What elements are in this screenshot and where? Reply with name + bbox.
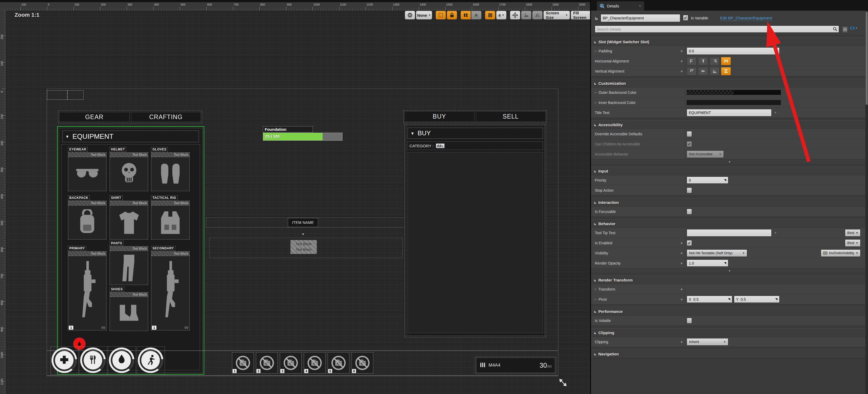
dropdown[interactable]: Inherit▼ [687, 338, 728, 346]
align-v-button-3[interactable] [721, 67, 731, 76]
view-options-button[interactable]: ▼ [849, 26, 858, 30]
align-h-button-0[interactable] [687, 57, 697, 65]
bind-diamond-icon[interactable]: ◆ [681, 288, 683, 290]
equipment-slot-pants[interactable]: PANTS Text Block [110, 241, 148, 285]
expander-icon[interactable]: ▷ [595, 50, 597, 52]
checkbox[interactable] [687, 209, 692, 215]
transform-mode-button[interactable] [510, 11, 520, 20]
search-details-input[interactable]: Search Details [595, 26, 839, 33]
tab-details[interactable]: i Details ✕ [597, 1, 644, 11]
section-header[interactable]: ◣ Customization [591, 79, 868, 87]
align-v-button-2[interactable] [710, 67, 720, 76]
bind-button[interactable]: InvGridsVisibility▼ [821, 249, 861, 257]
dropdown[interactable]: Not Hit-Testable (Self Only)▼ [687, 249, 747, 257]
expander-icon[interactable]: ▷ [595, 101, 597, 104]
bind-button[interactable]: Bind▼ [845, 239, 861, 247]
section-header[interactable]: ◣ Interaction [591, 198, 868, 206]
bind-diamond-icon[interactable]: ◆ [681, 60, 683, 62]
slot-tile[interactable]: Text Block 1 99 [68, 251, 106, 331]
property-value-input[interactable]: EQUIPMENT [687, 109, 772, 116]
color-swatch[interactable] [687, 90, 781, 95]
align-h-button-2[interactable] [710, 57, 720, 65]
foundation-progress[interactable]: Foundation 25 | 100 [263, 126, 343, 141]
resize-handle-icon[interactable] [559, 378, 567, 387]
equipment-slot-helmet[interactable]: HELMET Text Block [110, 147, 148, 191]
align-v-button-1[interactable] [698, 67, 708, 76]
checkbox[interactable] [687, 131, 692, 137]
drag-corner-icon[interactable]: ◥ [775, 298, 777, 301]
fill-screen-dropdown[interactable]: Fill Screen▼ [570, 11, 590, 20]
section-header[interactable]: ◣ Performance [591, 307, 868, 316]
hotbar-slot-5[interactable]: 5 [328, 352, 349, 373]
bind-diamond-icon[interactable]: ◆ [681, 340, 683, 343]
checkbox[interactable]: ✔ [687, 141, 692, 147]
hotbar-slot-1[interactable]: 1 [232, 352, 254, 373]
tab-gear[interactable]: GEAR [59, 112, 130, 122]
localization-dash-button-icon-part[interactable] [460, 11, 471, 20]
equipment-slot-gloves[interactable]: GLOVES Text Block [151, 147, 190, 191]
screen-size-dropdown[interactable]: Screen Size▼ [543, 11, 570, 20]
drag-corner-icon[interactable]: ◥ [724, 261, 726, 265]
scrollbar-thumb[interactable] [866, 12, 868, 105]
align-h-button-1[interactable] [698, 57, 708, 65]
hotbar-slot-6[interactable]: 6 [351, 352, 373, 373]
checkbox[interactable]: ✔ [687, 240, 692, 246]
details-scrollbar[interactable] [865, 11, 868, 394]
bind-diamond-icon[interactable]: ◆ [681, 69, 683, 73]
slot-tile[interactable]: Text Block [110, 292, 148, 331]
toggle-outline-mode-button[interactable] [435, 11, 446, 20]
buy-section-header[interactable]: ▼ BUY [408, 128, 543, 139]
equipment-slot-backpack[interactable]: BACKPACK Text Block [68, 195, 106, 240]
equipment-slot-primary[interactable]: PRIMARY Text Block 1 99 [68, 246, 106, 331]
lock-widgets-button[interactable] [446, 11, 457, 20]
shop-panel[interactable]: ▼ BUY CATEGORY : All▼ [405, 124, 546, 337]
equipment-slot-shirt[interactable]: SHIRT Text Block [110, 195, 148, 240]
expander-icon[interactable]: ▷ [595, 91, 597, 94]
slot-tile[interactable]: Text Block [68, 152, 106, 191]
equipment-slot-tactical-rig[interactable]: TACTICAL RIG Text Block [151, 195, 190, 240]
widget-name-input[interactable]: BP_CharacterEquipment [600, 14, 680, 22]
align-v-button-0[interactable] [687, 67, 697, 76]
section-header[interactable]: ◣ Slot (Widget Switcher Slot) [591, 38, 868, 46]
checkbox[interactable] [687, 188, 692, 193]
bind-button[interactable]: Bind▼ [845, 229, 861, 236]
chevron-down-icon[interactable]: ▼ [774, 231, 777, 234]
chevron-down-icon[interactable]: ▼ [774, 111, 777, 114]
hotbar-slot-2[interactable]: 2 [256, 352, 278, 373]
advanced-expander-icon[interactable]: ▼ [728, 270, 731, 272]
category-dropdown[interactable]: All▼ [436, 143, 445, 148]
dpi-preview-dropdown[interactable]: None▼ [416, 11, 432, 20]
slot-tile[interactable]: Text Block [110, 152, 148, 191]
color-swatch[interactable] [687, 100, 781, 105]
equipment-slot-eyewear[interactable]: EYEWEAR Text Block [68, 147, 106, 191]
bind-diamond-icon[interactable]: ◆ [681, 298, 683, 301]
tab-sell[interactable]: SELL [476, 111, 546, 122]
hotbar-slot-3[interactable]: 3 [280, 352, 302, 373]
snap-grid-size-dropdown[interactable]: 4▼ [496, 11, 507, 20]
bind-diamond-icon[interactable]: ◆ [681, 252, 683, 254]
numeric-spin-input[interactable]: 1.0◥ [687, 259, 728, 266]
preview-background-button[interactable] [521, 11, 532, 20]
slot-tile[interactable]: Text Block [110, 201, 148, 240]
section-header[interactable]: ◣ Behavior [591, 220, 868, 228]
design-root-outline[interactable]: GEAR CRAFTING ▼ EQUIPMENT EYEWEAR Text B… [47, 89, 558, 376]
item-description-block[interactable]: Text Block Text Block [290, 240, 317, 254]
edit-blueprint-link[interactable]: Edit BP_CharacterEquipment [720, 16, 772, 21]
property-value-input[interactable]: 0.0 [687, 47, 780, 55]
slot-tile[interactable]: Text Block [110, 246, 148, 285]
tab-crafting[interactable]: CRAFTING [131, 112, 201, 122]
designer-canvas[interactable]: 1000100200300400500600700800900100011001… [0, 0, 590, 394]
pivot-x-input[interactable]: X0.5◥ [687, 296, 732, 303]
grid-snapping-button[interactable] [485, 11, 495, 20]
numeric-spin-input[interactable]: 0◥ [687, 176, 728, 184]
align-h-button-3[interactable] [721, 57, 731, 65]
bind-diamond-icon[interactable]: ◆ [681, 242, 683, 244]
section-header[interactable]: ◣ Input [591, 167, 868, 175]
equipment-section-header[interactable]: ▼ EQUIPMENT [62, 131, 199, 142]
is-variable-checkbox[interactable]: ✔ [683, 15, 688, 21]
property-matrix-button[interactable] [841, 26, 849, 33]
hotbar-slot-4[interactable]: 4 [304, 352, 326, 373]
slot-tile[interactable]: Text Block [151, 201, 190, 240]
section-header[interactable]: ◣ Render Transform [591, 276, 868, 284]
drag-corner-icon[interactable]: ◥ [728, 298, 730, 301]
